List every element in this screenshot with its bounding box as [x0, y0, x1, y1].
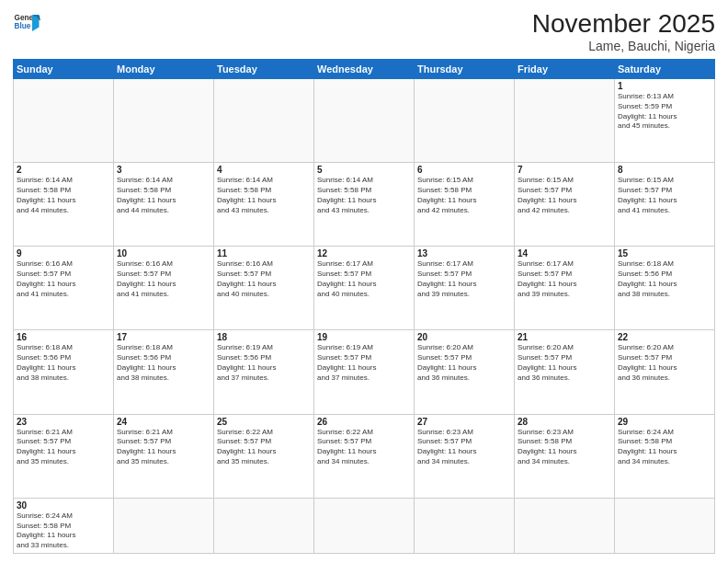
- calendar-day-cell: 12Sunrise: 6:17 AM Sunset: 5:57 PM Dayli…: [314, 247, 415, 330]
- day-info: Sunrise: 6:18 AM Sunset: 5:56 PM Dayligh…: [17, 343, 110, 383]
- day-info: Sunrise: 6:17 AM Sunset: 5:57 PM Dayligh…: [518, 259, 611, 299]
- day-info: Sunrise: 6:20 AM Sunset: 5:57 PM Dayligh…: [518, 343, 611, 383]
- title-block: November 2025 Lame, Bauchi, Nigeria: [532, 9, 715, 53]
- day-info: Sunrise: 6:21 AM Sunset: 5:57 PM Dayligh…: [117, 428, 210, 467]
- calendar-day-header: Friday: [515, 60, 615, 79]
- calendar-day-cell: 23Sunrise: 6:21 AM Sunset: 5:57 PM Dayli…: [14, 414, 114, 498]
- day-number: 16: [17, 332, 110, 342]
- calendar-day-header: Sunday: [14, 60, 114, 79]
- day-number: 10: [117, 248, 210, 259]
- calendar-day-cell: 4Sunrise: 6:14 AM Sunset: 5:58 PM Daylig…: [214, 163, 314, 247]
- day-number: 24: [117, 417, 210, 427]
- day-info: Sunrise: 6:14 AM Sunset: 5:58 PM Dayligh…: [217, 176, 311, 215]
- calendar-day-cell: 10Sunrise: 6:16 AM Sunset: 5:57 PM Dayli…: [114, 247, 214, 330]
- day-info: Sunrise: 6:17 AM Sunset: 5:57 PM Dayligh…: [317, 259, 411, 299]
- day-number: 29: [618, 417, 711, 427]
- calendar-day-cell: [214, 79, 314, 163]
- calendar-day-cell: [415, 498, 515, 553]
- calendar-day-cell: 11Sunrise: 6:16 AM Sunset: 5:57 PM Dayli…: [214, 247, 314, 330]
- calendar-day-cell: [415, 79, 515, 163]
- location: Lame, Bauchi, Nigeria: [532, 39, 715, 53]
- day-number: 21: [518, 332, 611, 342]
- day-info: Sunrise: 6:19 AM Sunset: 5:57 PM Dayligh…: [317, 343, 411, 383]
- calendar-day-cell: 6Sunrise: 6:15 AM Sunset: 5:58 PM Daylig…: [415, 163, 515, 247]
- calendar-day-cell: 14Sunrise: 6:17 AM Sunset: 5:57 PM Dayli…: [515, 247, 615, 330]
- day-number: 9: [17, 248, 110, 259]
- day-number: 19: [317, 332, 411, 342]
- day-info: Sunrise: 6:24 AM Sunset: 5:58 PM Dayligh…: [17, 511, 110, 551]
- day-number: 23: [17, 417, 110, 427]
- day-info: Sunrise: 6:18 AM Sunset: 5:56 PM Dayligh…: [117, 343, 210, 383]
- day-number: 27: [417, 417, 511, 427]
- calendar-day-cell: [515, 498, 615, 553]
- svg-text:Blue: Blue: [15, 22, 31, 30]
- calendar-day-cell: [14, 79, 114, 163]
- day-number: 26: [317, 417, 411, 427]
- day-info: Sunrise: 6:17 AM Sunset: 5:57 PM Dayligh…: [417, 259, 511, 299]
- calendar-day-cell: [214, 498, 314, 553]
- day-info: Sunrise: 6:15 AM Sunset: 5:57 PM Dayligh…: [518, 176, 611, 215]
- day-number: 1: [618, 81, 711, 91]
- day-info: Sunrise: 6:23 AM Sunset: 5:57 PM Dayligh…: [417, 428, 511, 467]
- day-number: 12: [317, 248, 411, 259]
- day-info: Sunrise: 6:15 AM Sunset: 5:58 PM Dayligh…: [417, 176, 511, 215]
- day-info: Sunrise: 6:16 AM Sunset: 5:57 PM Dayligh…: [117, 259, 210, 299]
- day-number: 11: [217, 248, 311, 259]
- calendar-day-header: Monday: [114, 60, 214, 79]
- calendar-day-cell: 16Sunrise: 6:18 AM Sunset: 5:56 PM Dayli…: [14, 330, 114, 414]
- calendar-day-cell: 2Sunrise: 6:14 AM Sunset: 5:58 PM Daylig…: [14, 163, 114, 247]
- day-number: 7: [518, 165, 611, 175]
- calendar-day-cell: 3Sunrise: 6:14 AM Sunset: 5:58 PM Daylig…: [114, 163, 214, 247]
- day-info: Sunrise: 6:13 AM Sunset: 5:59 PM Dayligh…: [618, 92, 711, 132]
- day-info: Sunrise: 6:24 AM Sunset: 5:58 PM Dayligh…: [618, 428, 711, 467]
- calendar-week-row: 9Sunrise: 6:16 AM Sunset: 5:57 PM Daylig…: [14, 247, 715, 330]
- day-number: 17: [117, 332, 210, 342]
- day-number: 20: [417, 332, 511, 342]
- calendar-day-cell: 27Sunrise: 6:23 AM Sunset: 5:57 PM Dayli…: [415, 414, 515, 498]
- day-number: 5: [317, 165, 411, 175]
- day-number: 3: [117, 165, 210, 175]
- calendar-day-header: Saturday: [615, 60, 715, 79]
- calendar-day-cell: 18Sunrise: 6:19 AM Sunset: 5:56 PM Dayli…: [214, 330, 314, 414]
- day-number: 13: [417, 248, 511, 259]
- day-info: Sunrise: 6:14 AM Sunset: 5:58 PM Dayligh…: [317, 176, 411, 215]
- day-number: 22: [618, 332, 711, 342]
- calendar-day-cell: 7Sunrise: 6:15 AM Sunset: 5:57 PM Daylig…: [515, 163, 615, 247]
- calendar-day-cell: 29Sunrise: 6:24 AM Sunset: 5:58 PM Dayli…: [615, 414, 715, 498]
- calendar-day-cell: [114, 498, 214, 553]
- calendar-day-cell: [615, 498, 715, 553]
- month-title: November 2025: [532, 9, 715, 39]
- calendar-day-cell: [314, 498, 415, 553]
- day-number: 18: [217, 332, 311, 342]
- day-number: 4: [217, 165, 311, 175]
- day-info: Sunrise: 6:22 AM Sunset: 5:57 PM Dayligh…: [217, 428, 311, 467]
- day-number: 28: [518, 417, 611, 427]
- calendar-day-cell: 25Sunrise: 6:22 AM Sunset: 5:57 PM Dayli…: [214, 414, 314, 498]
- day-info: Sunrise: 6:22 AM Sunset: 5:57 PM Dayligh…: [317, 428, 411, 467]
- calendar-day-header: Thursday: [415, 60, 515, 79]
- calendar-week-row: 1Sunrise: 6:13 AM Sunset: 5:59 PM Daylig…: [14, 79, 715, 163]
- calendar-week-row: 2Sunrise: 6:14 AM Sunset: 5:58 PM Daylig…: [14, 163, 715, 247]
- logo: General Blue: [13, 9, 40, 37]
- calendar-day-cell: 19Sunrise: 6:19 AM Sunset: 5:57 PM Dayli…: [314, 330, 415, 414]
- day-info: Sunrise: 6:21 AM Sunset: 5:57 PM Dayligh…: [17, 428, 110, 467]
- calendar-day-cell: 5Sunrise: 6:14 AM Sunset: 5:58 PM Daylig…: [314, 163, 415, 247]
- calendar-day-cell: 1Sunrise: 6:13 AM Sunset: 5:59 PM Daylig…: [615, 79, 715, 163]
- day-info: Sunrise: 6:16 AM Sunset: 5:57 PM Dayligh…: [17, 259, 110, 299]
- calendar-day-cell: 28Sunrise: 6:23 AM Sunset: 5:58 PM Dayli…: [515, 414, 615, 498]
- calendar-day-cell: 26Sunrise: 6:22 AM Sunset: 5:57 PM Dayli…: [314, 414, 415, 498]
- calendar-day-cell: 20Sunrise: 6:20 AM Sunset: 5:57 PM Dayli…: [415, 330, 515, 414]
- day-info: Sunrise: 6:14 AM Sunset: 5:58 PM Dayligh…: [117, 176, 210, 215]
- calendar-day-cell: 9Sunrise: 6:16 AM Sunset: 5:57 PM Daylig…: [14, 247, 114, 330]
- calendar-day-cell: 8Sunrise: 6:15 AM Sunset: 5:57 PM Daylig…: [615, 163, 715, 247]
- calendar-day-cell: [314, 79, 415, 163]
- calendar-day-cell: [515, 79, 615, 163]
- calendar-table: SundayMondayTuesdayWednesdayThursdayFrid…: [13, 59, 715, 554]
- day-number: 14: [518, 248, 611, 259]
- calendar-week-row: 23Sunrise: 6:21 AM Sunset: 5:57 PM Dayli…: [14, 414, 715, 498]
- calendar-day-cell: 13Sunrise: 6:17 AM Sunset: 5:57 PM Dayli…: [415, 247, 515, 330]
- calendar-day-cell: [114, 79, 214, 163]
- calendar-day-cell: 22Sunrise: 6:20 AM Sunset: 5:57 PM Dayli…: [615, 330, 715, 414]
- day-info: Sunrise: 6:20 AM Sunset: 5:57 PM Dayligh…: [618, 343, 711, 383]
- day-info: Sunrise: 6:23 AM Sunset: 5:58 PM Dayligh…: [518, 428, 611, 467]
